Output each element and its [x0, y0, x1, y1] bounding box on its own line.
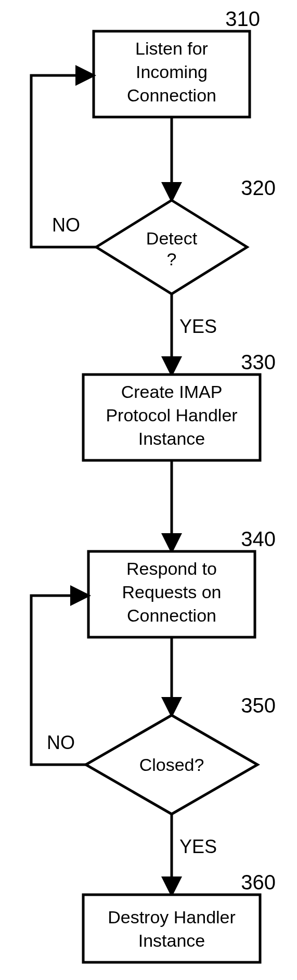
ref-label-360: 360	[241, 871, 276, 894]
svg-text:Closed?: Closed?	[139, 755, 204, 775]
svg-text:Detect: Detect	[146, 228, 198, 248]
flowchart: 310 Listen for Incoming Connection 320 D…	[0, 0, 297, 980]
node-text: Incoming	[136, 62, 208, 82]
svg-text:Instance: Instance	[138, 429, 205, 448]
node-text: Connection	[127, 85, 216, 105]
svg-text:?: ?	[167, 249, 177, 269]
node-text: Detect	[146, 228, 198, 248]
node-text: Connection	[127, 605, 216, 625]
ref-label-330: 330	[241, 351, 276, 373]
svg-text:Create IMAP: Create IMAP	[121, 382, 223, 402]
ref-label-320: 320	[241, 176, 276, 199]
node-text: Protocol Handler	[106, 405, 237, 425]
ref-label-310: 310	[225, 7, 260, 30]
svg-text:Connection: Connection	[127, 605, 216, 625]
ref-label-340: 340	[241, 527, 276, 550]
svg-text:Connection: Connection	[127, 85, 216, 105]
svg-text:Instance: Instance	[138, 931, 205, 950]
node-text: Destroy Handler	[108, 907, 236, 927]
svg-text:Listen for: Listen for	[135, 38, 208, 58]
svg-text:Requests on: Requests on	[122, 582, 222, 602]
process-node-360	[83, 895, 260, 962]
node-text: Listen for	[135, 38, 208, 58]
node-text: Requests on	[122, 582, 222, 602]
svg-text:Respond to: Respond to	[126, 559, 217, 578]
edge-label-no: NO	[47, 732, 75, 753]
svg-text:Destroy Handler: Destroy Handler	[108, 907, 236, 927]
node-text: ?	[167, 249, 177, 269]
edge-label-yes: YES	[179, 316, 217, 337]
edge-label-no: NO	[52, 214, 80, 236]
svg-text:Protocol Handler: Protocol Handler	[106, 405, 237, 425]
node-text: Instance	[138, 429, 205, 448]
node-text: Create IMAP	[121, 382, 223, 402]
node-text: Instance	[138, 931, 205, 950]
node-text: Respond to	[126, 559, 217, 578]
edge-label-yes: YES	[179, 836, 217, 857]
svg-text:Incoming: Incoming	[136, 62, 208, 82]
node-text: Closed?	[139, 755, 204, 775]
ref-label-350: 350	[241, 694, 276, 717]
